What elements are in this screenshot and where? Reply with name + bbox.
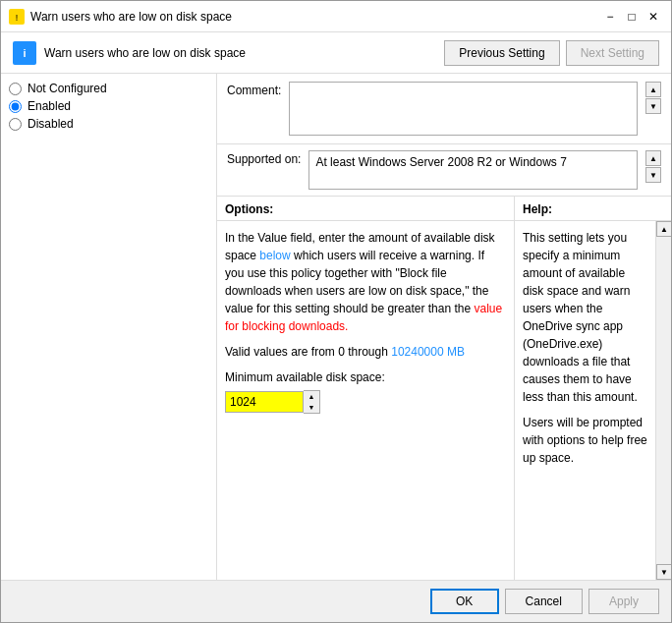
help-para2: Users will be prompted with options to h… <box>523 414 647 467</box>
supported-section: Supported on: At least Windows Server 20… <box>217 144 671 197</box>
main-window: ! Warn users who are low on disk space −… <box>0 0 672 623</box>
help-header: Help: <box>515 197 671 221</box>
valid-range-highlight: 10240000 MB <box>391 345 465 359</box>
enabled-radio[interactable] <box>9 100 22 113</box>
help-scrollbar: ▲ ▼ <box>655 221 671 580</box>
supported-scrollbar: ▲ ▼ <box>645 150 661 183</box>
main-content: Not Configured Enabled Disabled Comment: <box>1 74 671 580</box>
header-title: Warn users who are low on disk space <box>44 46 246 60</box>
comment-scroll-up[interactable]: ▲ <box>645 82 661 97</box>
window-title: Warn users who are low on disk space <box>30 10 232 24</box>
help-scroll-up-button[interactable]: ▲ <box>656 221 671 237</box>
spinner-decrement-button[interactable]: ▼ <box>304 402 319 413</box>
close-button[interactable]: ✕ <box>644 7 663 27</box>
enabled-label: Enabled <box>28 99 71 113</box>
supported-label: Supported on: <box>227 150 301 166</box>
supported-value: At least Windows Server 2008 R2 or Windo… <box>308 150 638 190</box>
help-content-wrapper: This setting lets you specify a minimum … <box>515 221 671 580</box>
footer: OK Cancel Apply <box>1 580 671 622</box>
not-configured-label: Not Configured <box>28 82 107 95</box>
help-panel: Help: This setting lets you specify a mi… <box>515 197 671 580</box>
header-bar: i Warn users who are low on disk space P… <box>1 32 671 74</box>
spinner-increment-button[interactable]: ▲ <box>304 391 319 402</box>
options-description: In the Value field, enter the amount of … <box>225 229 506 335</box>
radio-group: Not Configured Enabled Disabled <box>9 82 208 131</box>
spinner-container: ▲ ▼ <box>225 390 506 414</box>
help-scroll-down-button[interactable]: ▼ <box>656 564 671 580</box>
supported-scroll-down[interactable]: ▼ <box>645 167 661 183</box>
options-header: Options: <box>217 197 514 221</box>
next-setting-button[interactable]: Next Setting <box>566 40 659 66</box>
valid-range-text: Valid values are from 0 through 10240000… <box>225 343 506 361</box>
title-bar: ! Warn users who are low on disk space −… <box>1 1 671 32</box>
maximize-button[interactable]: □ <box>622 7 642 27</box>
window-icon: ! <box>9 9 25 25</box>
enabled-option[interactable]: Enabled <box>9 99 208 113</box>
title-bar-left: ! Warn users who are low on disk space <box>9 9 232 25</box>
disabled-label: Disabled <box>28 117 74 131</box>
minimize-button[interactable]: − <box>600 7 620 27</box>
svg-text:!: ! <box>16 13 19 23</box>
cancel-button[interactable]: Cancel <box>505 589 583 614</box>
bottom-panels: Options: In the Value field, enter the a… <box>217 197 671 580</box>
ok-button[interactable]: OK <box>430 589 499 614</box>
comment-textarea[interactable] <box>289 82 638 136</box>
header-left: i Warn users who are low on disk space <box>13 41 246 65</box>
disabled-option[interactable]: Disabled <box>9 117 208 131</box>
apply-button[interactable]: Apply <box>588 589 659 614</box>
help-para1: This setting lets you specify a minimum … <box>523 229 647 406</box>
comment-label: Comment: <box>227 82 281 97</box>
comment-scrollbar: ▲ ▼ <box>645 82 661 114</box>
previous-setting-button[interactable]: Previous Setting <box>444 40 559 66</box>
not-configured-radio[interactable] <box>9 83 22 95</box>
left-panel: Not Configured Enabled Disabled <box>1 74 217 580</box>
highlight-value: value for blocking downloads. <box>225 302 502 333</box>
not-configured-option[interactable]: Not Configured <box>9 82 208 95</box>
supported-scroll-up[interactable]: ▲ <box>645 150 661 166</box>
comment-section: Comment: ▲ ▼ <box>217 74 671 144</box>
right-panel: Comment: ▲ ▼ Supported on: At least Wind… <box>217 74 671 580</box>
help-scroll-track <box>656 237 671 564</box>
policy-icon: i <box>13 41 36 65</box>
title-controls: − □ ✕ <box>600 7 663 27</box>
options-panel: Options: In the Value field, enter the a… <box>217 197 515 580</box>
min-disk-label: Minimum available disk space: <box>225 368 506 386</box>
options-content: In the Value field, enter the amount of … <box>217 221 514 580</box>
help-content: This setting lets you specify a minimum … <box>515 221 655 580</box>
disabled-radio[interactable] <box>9 118 22 131</box>
spinner-buttons: ▲ ▼ <box>304 390 320 414</box>
highlight-below: below <box>259 249 290 262</box>
svg-text:i: i <box>23 47 26 59</box>
header-buttons: Previous Setting Next Setting <box>444 40 659 66</box>
comment-scroll-down[interactable]: ▼ <box>645 98 661 114</box>
disk-space-spinner-input[interactable] <box>225 391 304 413</box>
